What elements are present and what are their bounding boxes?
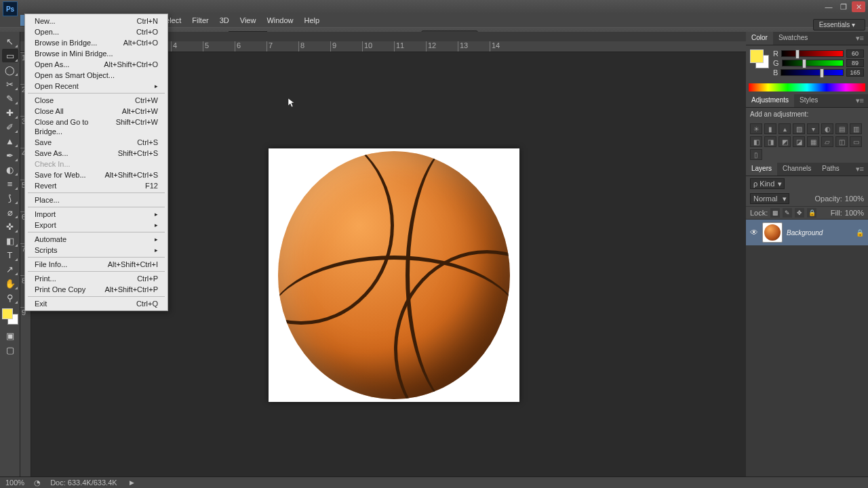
menuitem-place[interactable]: Place... (25, 195, 167, 205)
zoom-icon[interactable]: ◔ (34, 479, 41, 487)
adjustment-icon[interactable]: ▮ (764, 123, 776, 134)
menuitem-browse-in-bridge[interactable]: Browse in Bridge...Alt+Ctrl+O (25, 37, 167, 48)
zoom-value[interactable]: 100% (5, 479, 24, 487)
tool-14[interactable]: ◧ (2, 234, 18, 247)
menuitem-file-info[interactable]: File Info...Alt+Shift+Ctrl+I (25, 259, 167, 270)
mode-toggle[interactable]: ▣ (2, 329, 18, 342)
menuitem-new[interactable]: New...Ctrl+N (25, 16, 167, 26)
adjustment-icon[interactable]: ◪ (793, 136, 805, 147)
tab-color[interactable]: Color (746, 32, 773, 45)
color-swatch[interactable] (750, 49, 769, 68)
menuitem-open-as[interactable]: Open As...Alt+Shift+Ctrl+O (25, 59, 167, 70)
tool-12[interactable]: ⌀ (2, 205, 18, 219)
tool-15[interactable]: T (2, 248, 18, 262)
adjustment-icon[interactable]: ▯ (750, 149, 762, 160)
adjustment-icon[interactable]: ▴ (778, 123, 791, 134)
tool-18[interactable]: ⚲ (2, 291, 18, 304)
menuitem-export[interactable]: Export (25, 220, 167, 230)
menuitem-save-as[interactable]: Save As...Shift+Ctrl+S (25, 148, 167, 159)
b-value[interactable]: 165 (846, 68, 864, 77)
g-value[interactable]: 89 (846, 59, 864, 67)
tool-13[interactable]: ✜ (2, 220, 18, 233)
r-slider[interactable] (781, 50, 844, 57)
fill-value[interactable]: 100% (845, 209, 864, 217)
kind-select[interactable]: ρ Kind (750, 178, 785, 189)
maximize-button[interactable]: ❐ (837, 1, 850, 12)
adjustment-icon[interactable]: ▧ (793, 123, 805, 134)
mode-toggle[interactable]: ▢ (2, 343, 18, 357)
tool-6[interactable]: ✐ (2, 120, 18, 134)
tool-3[interactable]: ✂ (2, 77, 18, 91)
tool-4[interactable]: ✎ (2, 92, 18, 105)
panel-menu-icon[interactable]: ▾≡ (852, 94, 868, 107)
menuitem-automate[interactable]: Automate (25, 234, 167, 245)
adjustment-icon[interactable]: ▭ (850, 136, 862, 147)
adjustment-icon[interactable]: ◐ (821, 123, 833, 134)
menuitem-import[interactable]: Import (25, 209, 167, 220)
canvas[interactable] (269, 148, 519, 402)
menuitem-close[interactable]: CloseCtrl+W (25, 95, 167, 106)
tool-5[interactable]: ✚ (2, 106, 18, 119)
lock-all-icon[interactable]: 🔒 (807, 208, 816, 218)
tool-2[interactable]: ◯ (2, 63, 18, 77)
color-swatch-tool[interactable] (2, 308, 18, 325)
menuitem-browse-in-mini-bridge[interactable]: Browse in Mini Bridge... (25, 48, 167, 59)
tool-1[interactable]: ▭ (2, 49, 18, 62)
layer-thumbnail[interactable] (762, 222, 783, 243)
opacity-value[interactable]: 100% (845, 195, 864, 203)
menuitem-print-one-copy[interactable]: Print One CopyAlt+Shift+Ctrl+P (25, 284, 167, 295)
menu-help[interactable]: Help (299, 15, 326, 26)
layer-row[interactable]: 👁 Background 🔒 (746, 220, 868, 245)
tool-11[interactable]: ⟆ (2, 191, 18, 205)
b-slider[interactable] (781, 69, 844, 76)
menuitem-close-and-go-to-bridge[interactable]: Close and Go to Bridge...Shift+Ctrl+W (25, 117, 167, 137)
r-value[interactable]: 60 (846, 49, 864, 58)
adjustment-icon[interactable]: ▤ (835, 123, 848, 134)
lock-position-icon[interactable]: ✥ (795, 208, 804, 218)
menuitem-close-all[interactable]: Close AllAlt+Ctrl+W (25, 106, 167, 117)
menuitem-open[interactable]: Open...Ctrl+O (25, 26, 167, 37)
adjustment-icon[interactable]: ▦ (807, 136, 819, 147)
tab-paths[interactable]: Paths (816, 163, 845, 176)
doc-size[interactable]: Doc: 633.4K/633.4K (50, 479, 117, 487)
menu-3d[interactable]: 3D (214, 15, 235, 26)
tool-8[interactable]: ✒ (2, 148, 18, 162)
lock-transparency-icon[interactable]: ▩ (770, 208, 780, 218)
adjustment-icon[interactable]: ◨ (764, 136, 776, 147)
menuitem-revert[interactable]: RevertF12 (25, 180, 167, 191)
adjustment-icon[interactable]: ◫ (835, 136, 848, 147)
g-slider[interactable] (782, 60, 844, 66)
tool-17[interactable]: ✋ (2, 277, 18, 290)
adjustment-icon[interactable]: ▥ (850, 123, 862, 134)
menuitem-save-for-web[interactable]: Save for Web...Alt+Shift+Ctrl+S (25, 169, 167, 180)
tab-channels[interactable]: Channels (777, 163, 816, 176)
tool-0[interactable]: ↖ (2, 35, 18, 48)
blend-mode-select[interactable]: Normal (750, 193, 789, 204)
menuitem-save[interactable]: SaveCtrl+S (25, 137, 167, 148)
menu-filter[interactable]: Filter (186, 15, 214, 26)
minimize-button[interactable]: — (822, 1, 835, 12)
menuitem-exit[interactable]: ExitCtrl+Q (25, 298, 167, 309)
menuitem-scripts[interactable]: Scripts (25, 245, 167, 256)
close-window-button[interactable]: ✕ (852, 1, 865, 12)
tool-10[interactable]: ≡ (2, 177, 18, 190)
layer-name[interactable]: Background (787, 229, 823, 237)
adjustment-icon[interactable]: ▱ (821, 136, 833, 147)
menuitem-print[interactable]: Print...Ctrl+P (25, 273, 167, 284)
lock-pixels-icon[interactable]: ✎ (783, 208, 792, 218)
tab-swatches[interactable]: Swatches (773, 32, 813, 45)
tool-7[interactable]: ▲ (2, 134, 18, 148)
tab-adjustments[interactable]: Adjustments (746, 94, 794, 107)
panel-menu-icon[interactable]: ▾≡ (852, 163, 868, 176)
tab-styles[interactable]: Styles (794, 94, 823, 107)
adjustment-icon[interactable]: ◩ (778, 136, 791, 147)
menuitem-open-as-smart-object[interactable]: Open as Smart Object... (25, 70, 167, 81)
adjustment-icon[interactable]: ◧ (750, 136, 762, 147)
adjustment-icon[interactable]: ☀ (750, 123, 762, 134)
adjustment-icon[interactable]: ▾ (807, 123, 819, 134)
workspace-switcher[interactable]: Essentials (813, 19, 865, 30)
status-arrow-icon[interactable]: ▶ (130, 479, 134, 486)
tool-9[interactable]: ◐ (2, 163, 18, 176)
panel-menu-icon[interactable]: ▾≡ (852, 32, 868, 45)
color-spectrum[interactable] (749, 83, 865, 92)
